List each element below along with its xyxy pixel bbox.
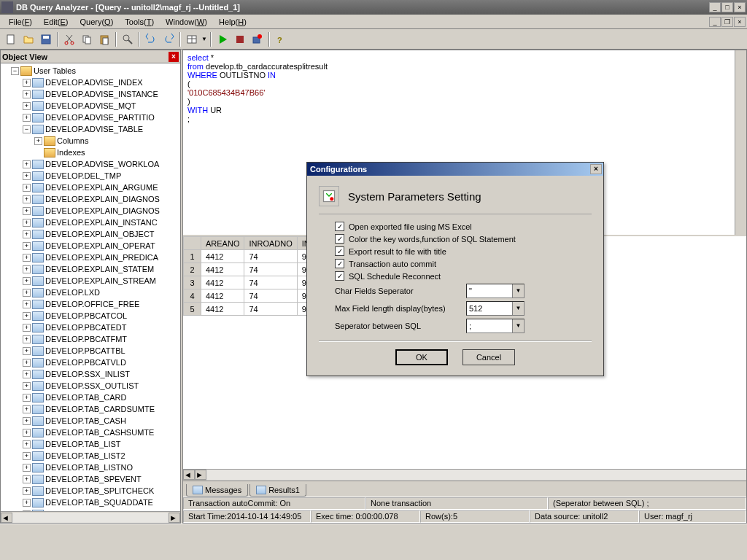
expander-icon[interactable]: + bbox=[23, 195, 31, 203]
menu-window[interactable]: Window(W) bbox=[160, 16, 213, 28]
dropdown-icon[interactable]: ▼ bbox=[512, 284, 524, 298]
expander-icon[interactable]: + bbox=[23, 429, 31, 437]
scroll-right-button[interactable]: ► bbox=[195, 470, 206, 480]
mdi-minimize-button[interactable]: _ bbox=[709, 17, 721, 27]
table-cell[interactable]: 4412 bbox=[201, 250, 244, 263]
grid-button[interactable] bbox=[184, 31, 200, 47]
tree-item-table[interactable]: +DEVELOP.TAB_SPEVENT bbox=[2, 473, 179, 485]
table-cell[interactable]: 74 bbox=[244, 263, 297, 276]
column-header[interactable]: AREANO bbox=[201, 237, 244, 250]
table-cell[interactable]: 4412 bbox=[201, 276, 244, 289]
cancel-button[interactable]: Cancel bbox=[462, 349, 515, 365]
help-button[interactable]: ? bbox=[273, 31, 289, 47]
execute-button[interactable] bbox=[214, 31, 231, 47]
tree-item-table[interactable]: +DEVELOP.TAB_CARD bbox=[2, 392, 179, 403]
tree-item-table[interactable]: +DEVELOP.EXPLAIN_STREAM bbox=[2, 275, 179, 287]
expander-icon[interactable]: + bbox=[23, 230, 31, 238]
tree-item-table[interactable]: +DEVELOP.OFFICE_FREE bbox=[2, 298, 179, 310]
tree-item-table[interactable]: +DEVELOP.PBCATFMT bbox=[2, 333, 179, 345]
mdi-restore-button[interactable]: ❐ bbox=[721, 17, 733, 27]
expander-icon[interactable]: + bbox=[23, 207, 31, 215]
grid-dropdown-icon[interactable]: ▼ bbox=[201, 36, 207, 42]
dropdown-icon[interactable]: ▼ bbox=[512, 319, 524, 332]
results-hscroll[interactable]: ◄ ► bbox=[183, 469, 746, 481]
table-cell[interactable]: 1 bbox=[184, 250, 201, 263]
expander-icon[interactable]: + bbox=[23, 160, 31, 168]
tree-item-table[interactable]: +DEVELOP.TAB_CASHSUMTE bbox=[2, 427, 179, 438]
tree-item-table[interactable]: +DEVELOP.TAB_SPLITCHECK bbox=[2, 485, 179, 497]
expander-icon[interactable]: + bbox=[23, 184, 31, 192]
checkbox-open-excel[interactable]: ✓ bbox=[335, 222, 344, 231]
expander-icon[interactable]: + bbox=[23, 277, 31, 285]
expander-icon[interactable]: + bbox=[23, 79, 31, 87]
tree-item-table[interactable]: +DEVELOP.PBCATTBL bbox=[2, 345, 179, 357]
tree-item-table[interactable]: +DEVELOP.EXPLAIN_STATEM bbox=[2, 263, 179, 275]
tab-messages[interactable]: Messages bbox=[186, 484, 248, 497]
expander-icon[interactable]: + bbox=[23, 312, 31, 320]
expander-icon[interactable]: + bbox=[23, 452, 31, 460]
tree-item-table[interactable]: +DEVELOP.PBCATVLD bbox=[2, 357, 179, 368]
ok-button[interactable]: OK bbox=[395, 349, 448, 365]
expander-icon[interactable]: + bbox=[23, 172, 31, 180]
expander-icon[interactable]: + bbox=[23, 417, 31, 425]
expander-icon[interactable]: + bbox=[23, 265, 31, 273]
redo-button[interactable] bbox=[160, 31, 177, 47]
checkbox-color-keywords[interactable]: ✓ bbox=[335, 234, 344, 244]
checkbox-export-title[interactable]: ✓ bbox=[335, 246, 344, 256]
tree-item-table[interactable]: +DEVELOP.ADVISE_INDEX bbox=[2, 77, 179, 88]
expander-icon[interactable]: + bbox=[23, 370, 31, 378]
tree-item-table[interactable]: +DEVELOP.EXPLAIN_OPERAT bbox=[2, 240, 179, 252]
expander-icon[interactable]: − bbox=[11, 67, 19, 75]
checkbox-reconnect[interactable]: ✓ bbox=[335, 271, 344, 281]
table-cell[interactable]: 74 bbox=[244, 303, 297, 316]
expander-icon[interactable]: + bbox=[23, 359, 31, 367]
tree-item-table[interactable]: +DEVELOP.TAB_CARDSUMTE bbox=[2, 403, 179, 415]
tree-item-table[interactable]: −DEVELOP.ADVISE_TABLE bbox=[2, 123, 179, 135]
expander-icon[interactable]: + bbox=[23, 90, 31, 98]
table-cell[interactable]: 4412 bbox=[201, 289, 244, 303]
tree-item-table[interactable]: +DEVELOP.TAB_LISTNO bbox=[2, 462, 179, 473]
expander-icon[interactable]: + bbox=[23, 335, 31, 343]
column-header[interactable] bbox=[184, 237, 201, 250]
minimize-button[interactable]: _ bbox=[709, 2, 721, 12]
tree-item-table[interactable]: +DEVELOP.ADVISE_PARTITIO bbox=[2, 112, 179, 123]
table-cell[interactable]: 3 bbox=[184, 276, 201, 289]
max-length-combo[interactable]: ▼ bbox=[466, 301, 525, 316]
tree-item-table[interactable]: +DEVELOP.EXPLAIN_DIAGNOS bbox=[2, 205, 179, 217]
expander-icon[interactable]: + bbox=[23, 219, 31, 227]
maximize-button[interactable]: □ bbox=[721, 2, 733, 12]
expander-icon[interactable]: + bbox=[23, 475, 31, 483]
mdi-close-button[interactable]: × bbox=[734, 17, 746, 27]
column-header[interactable]: INROADNO bbox=[244, 237, 297, 250]
cancel-query-button[interactable] bbox=[249, 31, 266, 47]
tree-item-indexes[interactable]: Indexes bbox=[2, 147, 179, 158]
expander-icon[interactable]: + bbox=[23, 487, 31, 495]
cut-button[interactable] bbox=[61, 31, 77, 47]
tree-item-table[interactable]: +DEVELOP.SSX_OUTLIST bbox=[2, 380, 179, 392]
table-cell[interactable]: 4 bbox=[184, 289, 201, 303]
expander-icon[interactable]: + bbox=[23, 300, 31, 308]
tree-item-table[interactable]: +DEVELOP.TAB_SQUADDATE bbox=[2, 497, 179, 508]
close-panel-button[interactable]: × bbox=[169, 52, 179, 62]
expander-icon[interactable]: + bbox=[23, 289, 31, 297]
expander-icon[interactable]: − bbox=[23, 125, 31, 133]
expander-icon[interactable]: + bbox=[23, 499, 31, 507]
expander-icon[interactable]: + bbox=[23, 102, 31, 110]
sidebar-hscroll[interactable]: ◄ ► bbox=[1, 511, 180, 523]
expander-icon[interactable]: + bbox=[23, 464, 31, 472]
table-cell[interactable]: 4412 bbox=[201, 263, 244, 276]
tree-item-table[interactable]: +DEVELOP.ADVISE_WORKLOA bbox=[2, 158, 179, 170]
tree-item-table[interactable]: +DEVELOP.LXD bbox=[2, 287, 179, 298]
checkbox-autocommit[interactable]: ✓ bbox=[335, 259, 344, 268]
expander-icon[interactable]: + bbox=[23, 405, 31, 413]
scroll-right-button[interactable]: ► bbox=[169, 513, 180, 523]
copy-button[interactable] bbox=[79, 31, 95, 47]
dropdown-icon[interactable]: ▼ bbox=[512, 302, 524, 315]
tree-item-table[interactable]: +DEVELOP.EXPLAIN_INSTANC bbox=[2, 217, 179, 228]
expander-icon[interactable]: + bbox=[34, 137, 42, 145]
sql-sep-input[interactable] bbox=[467, 322, 512, 330]
char-sep-combo[interactable]: ▼ bbox=[466, 284, 525, 298]
tree-item-table[interactable]: +DEVELOP.EXPLAIN_OBJECT bbox=[2, 228, 179, 240]
table-cell[interactable]: 74 bbox=[244, 276, 297, 289]
expander-icon[interactable]: + bbox=[23, 324, 31, 332]
